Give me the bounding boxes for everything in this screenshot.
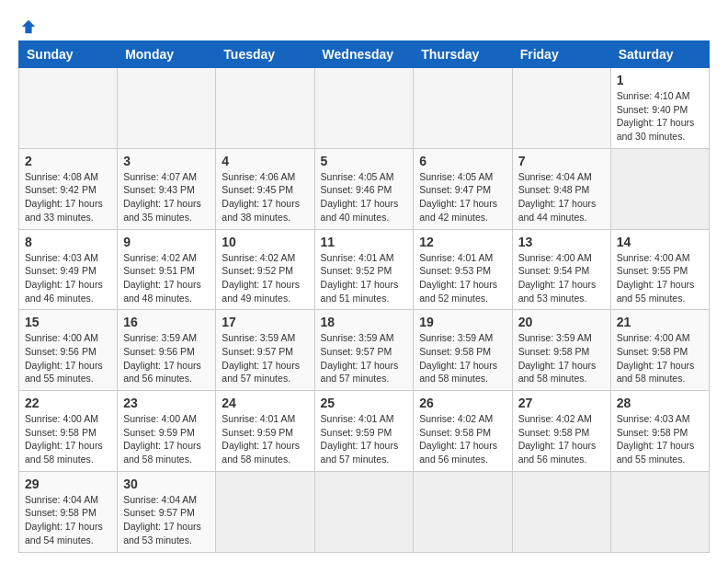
weekday-header: Tuesday bbox=[216, 41, 314, 68]
day-info: Sunrise: 4:04 AMSunset: 9:57 PMDaylight:… bbox=[123, 493, 210, 547]
day-info: Sunrise: 3:59 AMSunset: 9:56 PMDaylight:… bbox=[123, 331, 210, 385]
calendar-cell-empty bbox=[19, 68, 118, 149]
day-info: Sunrise: 4:01 AMSunset: 9:59 PMDaylight:… bbox=[321, 412, 408, 466]
calendar-cell: 6Sunrise: 4:05 AMSunset: 9:47 PMDaylight… bbox=[414, 148, 512, 229]
calendar-cell-empty bbox=[414, 68, 512, 149]
calendar-cell: 22Sunrise: 4:00 AMSunset: 9:58 PMDayligh… bbox=[19, 391, 118, 472]
day-number: 8 bbox=[25, 235, 111, 249]
day-info: Sunrise: 3:59 AMSunset: 9:57 PMDaylight:… bbox=[321, 331, 408, 385]
day-number: 22 bbox=[25, 396, 111, 410]
day-info: Sunrise: 4:03 AMSunset: 9:49 PMDaylight:… bbox=[25, 251, 111, 305]
calendar-cell: 8Sunrise: 4:03 AMSunset: 9:49 PMDaylight… bbox=[19, 229, 118, 310]
calendar-week-row: 2Sunrise: 4:08 AMSunset: 9:42 PMDaylight… bbox=[19, 148, 710, 229]
calendar-cell: 28Sunrise: 4:03 AMSunset: 9:58 PMDayligh… bbox=[610, 391, 709, 472]
calendar-cell-empty bbox=[216, 471, 314, 552]
calendar-cell: 4Sunrise: 4:06 AMSunset: 9:45 PMDaylight… bbox=[216, 148, 314, 229]
day-number: 14 bbox=[617, 235, 703, 249]
day-info: Sunrise: 4:00 AMSunset: 9:54 PMDaylight:… bbox=[518, 251, 605, 305]
calendar-cell: 25Sunrise: 4:01 AMSunset: 9:59 PMDayligh… bbox=[314, 391, 414, 472]
calendar-week-row: 1Sunrise: 4:10 AMSunset: 9:40 PMDaylight… bbox=[19, 68, 710, 149]
day-number: 11 bbox=[321, 235, 408, 249]
day-number: 25 bbox=[321, 396, 408, 410]
day-number: 26 bbox=[419, 396, 506, 410]
day-info: Sunrise: 4:08 AMSunset: 9:42 PMDaylight:… bbox=[25, 170, 111, 224]
day-info: Sunrise: 4:00 AMSunset: 9:59 PMDaylight:… bbox=[123, 412, 210, 466]
calendar-cell-empty bbox=[610, 471, 709, 552]
day-number: 12 bbox=[419, 235, 506, 249]
day-number: 6 bbox=[419, 154, 506, 168]
day-number: 28 bbox=[617, 396, 703, 410]
weekday-header: Saturday bbox=[610, 41, 709, 68]
day-number: 3 bbox=[123, 154, 210, 168]
day-info: Sunrise: 4:03 AMSunset: 9:58 PMDaylight:… bbox=[617, 412, 703, 466]
page-header bbox=[18, 18, 710, 31]
weekday-header: Friday bbox=[512, 41, 610, 68]
day-info: Sunrise: 3:59 AMSunset: 9:58 PMDaylight:… bbox=[419, 331, 506, 385]
calendar-cell: 1Sunrise: 4:10 AMSunset: 9:40 PMDaylight… bbox=[610, 68, 709, 149]
calendar-cell: 17Sunrise: 3:59 AMSunset: 9:57 PMDayligh… bbox=[216, 310, 314, 391]
day-info: Sunrise: 4:00 AMSunset: 9:58 PMDaylight:… bbox=[617, 331, 703, 385]
day-info: Sunrise: 4:07 AMSunset: 9:43 PMDaylight:… bbox=[123, 170, 210, 224]
day-info: Sunrise: 4:06 AMSunset: 9:45 PMDaylight:… bbox=[222, 170, 308, 224]
day-info: Sunrise: 4:04 AMSunset: 9:58 PMDaylight:… bbox=[25, 493, 111, 547]
day-info: Sunrise: 4:01 AMSunset: 9:52 PMDaylight:… bbox=[321, 251, 408, 305]
calendar-cell: 30Sunrise: 4:04 AMSunset: 9:57 PMDayligh… bbox=[118, 471, 216, 552]
calendar-cell: 13Sunrise: 4:00 AMSunset: 9:54 PMDayligh… bbox=[512, 229, 610, 310]
calendar-cell-empty bbox=[512, 471, 610, 552]
day-info: Sunrise: 4:05 AMSunset: 9:47 PMDaylight:… bbox=[419, 170, 506, 224]
day-number: 7 bbox=[518, 154, 605, 168]
day-number: 9 bbox=[123, 235, 210, 249]
calendar-header-row: SundayMondayTuesdayWednesdayThursdayFrid… bbox=[19, 41, 710, 68]
day-info: Sunrise: 4:00 AMSunset: 9:58 PMDaylight:… bbox=[25, 412, 111, 466]
day-number: 10 bbox=[222, 235, 308, 249]
calendar-cell: 15Sunrise: 4:00 AMSunset: 9:56 PMDayligh… bbox=[19, 310, 118, 391]
day-number: 29 bbox=[25, 477, 111, 491]
day-number: 16 bbox=[123, 315, 210, 329]
day-info: Sunrise: 4:02 AMSunset: 9:52 PMDaylight:… bbox=[222, 251, 308, 305]
day-number: 24 bbox=[222, 396, 308, 410]
calendar-cell: 7Sunrise: 4:04 AMSunset: 9:48 PMDaylight… bbox=[512, 148, 610, 229]
day-number: 19 bbox=[419, 315, 506, 329]
day-info: Sunrise: 4:10 AMSunset: 9:40 PMDaylight:… bbox=[617, 89, 703, 144]
calendar-cell: 29Sunrise: 4:04 AMSunset: 9:58 PMDayligh… bbox=[19, 471, 118, 552]
weekday-header: Monday bbox=[118, 41, 216, 68]
calendar-cell: 9Sunrise: 4:02 AMSunset: 9:51 PMDaylight… bbox=[118, 229, 216, 310]
day-number: 13 bbox=[518, 235, 605, 249]
logo-icon bbox=[20, 18, 37, 35]
calendar-week-row: 22Sunrise: 4:00 AMSunset: 9:58 PMDayligh… bbox=[19, 391, 710, 472]
day-info: Sunrise: 4:01 AMSunset: 9:59 PMDaylight:… bbox=[222, 412, 308, 466]
calendar-cell: 23Sunrise: 4:00 AMSunset: 9:59 PMDayligh… bbox=[118, 391, 216, 472]
calendar-cell-empty bbox=[216, 68, 314, 149]
calendar-cell: 26Sunrise: 4:02 AMSunset: 9:58 PMDayligh… bbox=[414, 391, 512, 472]
day-info: Sunrise: 4:02 AMSunset: 9:51 PMDaylight:… bbox=[123, 251, 210, 305]
calendar-cell: 10Sunrise: 4:02 AMSunset: 9:52 PMDayligh… bbox=[216, 229, 314, 310]
calendar-cell: 12Sunrise: 4:01 AMSunset: 9:53 PMDayligh… bbox=[414, 229, 512, 310]
day-number: 15 bbox=[25, 315, 111, 329]
day-info: Sunrise: 3:59 AMSunset: 9:57 PMDaylight:… bbox=[222, 331, 308, 385]
day-number: 5 bbox=[321, 154, 408, 168]
day-number: 4 bbox=[222, 154, 308, 168]
day-info: Sunrise: 4:01 AMSunset: 9:53 PMDaylight:… bbox=[419, 251, 506, 305]
calendar-cell-empty bbox=[314, 68, 414, 149]
day-number: 17 bbox=[222, 315, 308, 329]
calendar-cell: 5Sunrise: 4:05 AMSunset: 9:46 PMDaylight… bbox=[314, 148, 414, 229]
calendar-cell: 14Sunrise: 4:00 AMSunset: 9:55 PMDayligh… bbox=[610, 229, 709, 310]
calendar-cell-empty bbox=[610, 148, 709, 229]
day-info: Sunrise: 4:02 AMSunset: 9:58 PMDaylight:… bbox=[518, 412, 605, 466]
calendar-table: SundayMondayTuesdayWednesdayThursdayFrid… bbox=[18, 40, 710, 553]
calendar-cell: 2Sunrise: 4:08 AMSunset: 9:42 PMDaylight… bbox=[19, 148, 118, 229]
calendar-cell-empty bbox=[512, 68, 610, 149]
day-number: 20 bbox=[518, 315, 605, 329]
calendar-cell-empty bbox=[414, 471, 512, 552]
day-number: 1 bbox=[617, 73, 703, 87]
calendar-cell: 20Sunrise: 3:59 AMSunset: 9:58 PMDayligh… bbox=[512, 310, 610, 391]
day-number: 23 bbox=[123, 396, 210, 410]
day-info: Sunrise: 4:05 AMSunset: 9:46 PMDaylight:… bbox=[321, 170, 408, 224]
day-info: Sunrise: 4:00 AMSunset: 9:56 PMDaylight:… bbox=[25, 331, 111, 385]
weekday-header: Sunday bbox=[19, 41, 118, 68]
calendar-cell: 27Sunrise: 4:02 AMSunset: 9:58 PMDayligh… bbox=[512, 391, 610, 472]
day-info: Sunrise: 4:02 AMSunset: 9:58 PMDaylight:… bbox=[419, 412, 506, 466]
day-info: Sunrise: 4:04 AMSunset: 9:48 PMDaylight:… bbox=[518, 170, 605, 224]
day-info: Sunrise: 4:00 AMSunset: 9:55 PMDaylight:… bbox=[617, 251, 703, 305]
calendar-cell: 24Sunrise: 4:01 AMSunset: 9:59 PMDayligh… bbox=[216, 391, 314, 472]
